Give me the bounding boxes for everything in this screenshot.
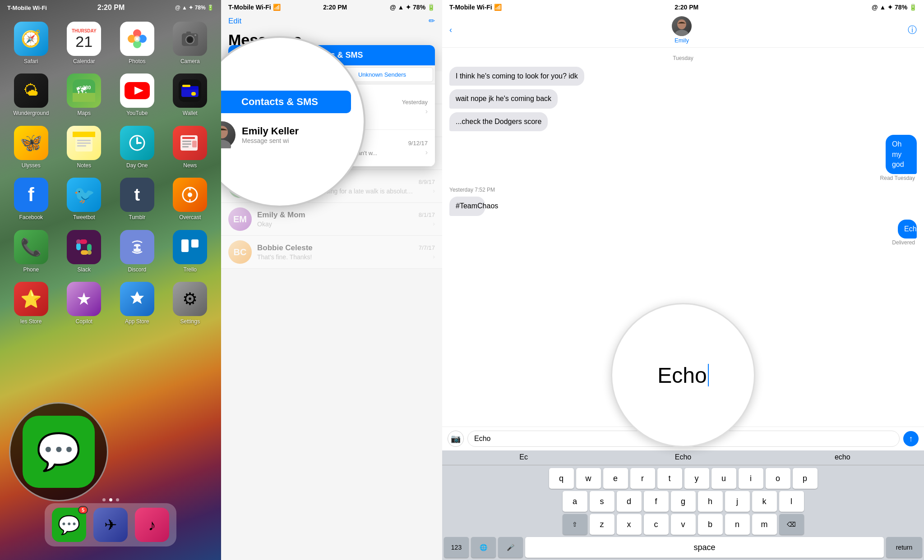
discord-icon[interactable] — [120, 230, 154, 264]
safari-icon[interactable]: 🧭 — [14, 22, 48, 56]
settings-icon[interactable]: ⚙ — [173, 282, 207, 316]
key-delete[interactable]: ⌫ — [779, 514, 804, 535]
dock-spark[interactable]: ✈ — [93, 508, 128, 542]
notes-icon[interactable] — [67, 126, 101, 160]
wunderground-icon[interactable]: 🌤 — [14, 73, 48, 108]
key-d[interactable]: d — [617, 491, 642, 512]
appstore-icon[interactable] — [120, 282, 154, 316]
slack-icon[interactable] — [67, 230, 101, 264]
key-t[interactable]: t — [657, 468, 682, 489]
app-photos[interactable]: Photos — [115, 22, 159, 64]
key-i[interactable]: i — [739, 468, 763, 489]
app-phone[interactable]: 📞 Phone — [9, 230, 53, 273]
key-v[interactable]: v — [671, 514, 696, 535]
tweetbot-icon[interactable]: 🐦 — [67, 178, 101, 212]
photos-icon[interactable] — [120, 22, 154, 56]
dock-music[interactable]: ♪ — [135, 508, 169, 542]
app-wallet[interactable]: Wallet — [168, 73, 213, 116]
camera-icon[interactable] — [173, 22, 207, 56]
svg-rect-27 — [73, 132, 95, 137]
key-e[interactable]: e — [603, 468, 628, 489]
overcast-icon[interactable] — [173, 178, 207, 212]
app-slack[interactable]: Slack — [62, 230, 106, 273]
app-wunderground[interactable]: 🌤 Wunderground — [9, 73, 53, 116]
key-w[interactable]: w — [576, 468, 601, 489]
app-tumblr[interactable]: t Tumblr — [115, 178, 159, 220]
edit-button[interactable]: Edit — [228, 17, 241, 26]
ulysses-icon[interactable]: 🦋 — [14, 126, 48, 160]
wallet-icon[interactable] — [173, 73, 207, 108]
send-button[interactable]: ↑ — [903, 431, 919, 446]
list-item-bobbie[interactable]: BC Bobbie Celeste That's fine. Thanks! 7… — [221, 236, 442, 269]
dayone-icon[interactable] — [120, 126, 154, 160]
key-m[interactable]: m — [752, 514, 777, 535]
app-overcast[interactable]: Overcast — [168, 178, 213, 220]
facebook-icon[interactable]: f — [14, 178, 48, 212]
app-maps[interactable]: 🗺 280 Maps — [62, 73, 106, 116]
camera-button[interactable]: 📷 — [448, 431, 464, 447]
app-notes[interactable]: Notes — [62, 126, 106, 169]
key-p[interactable]: p — [793, 468, 818, 489]
back-button[interactable]: ‹ — [449, 25, 452, 35]
youtube-label: YouTube — [126, 110, 148, 116]
copilot-icon[interactable]: ★ — [67, 282, 101, 316]
key-mic[interactable]: 🎤 — [498, 537, 523, 558]
key-space[interactable]: space — [525, 537, 884, 558]
trello-icon[interactable] — [173, 230, 207, 264]
key-shift[interactable]: ⇧ — [563, 514, 587, 535]
app-camera[interactable]: Camera — [168, 22, 213, 64]
app-facebook[interactable]: f Facebook — [9, 178, 53, 220]
teslafy-icon[interactable]: ⭐ — [14, 282, 48, 316]
key-r[interactable]: r — [630, 468, 655, 489]
app-ulysses[interactable]: 🦋 Ulysses — [9, 126, 53, 169]
app-trello[interactable]: Trello — [168, 230, 213, 273]
dock-messages[interactable]: 💬 5 — [52, 508, 86, 542]
photos-label: Photos — [129, 58, 145, 64]
phone-icon[interactable]: 📞 — [14, 230, 48, 264]
key-z[interactable]: z — [590, 514, 614, 535]
app-youtube[interactable]: YouTube — [115, 73, 159, 116]
tumblr-icon[interactable]: t — [120, 178, 154, 212]
app-teslafy[interactable]: ⭐ les Store — [9, 282, 53, 325]
key-numbers[interactable]: 123 — [444, 537, 469, 558]
info-button[interactable]: ⓘ — [908, 24, 917, 36]
key-q[interactable]: q — [549, 468, 574, 489]
autocomplete-echo-lower[interactable]: echo — [763, 451, 922, 463]
key-j[interactable]: j — [725, 491, 750, 512]
autocomplete-echo[interactable]: Echo — [603, 451, 762, 463]
app-discord[interactable]: Discord — [115, 230, 159, 273]
key-k[interactable]: k — [752, 491, 777, 512]
spark-dock-icon[interactable]: ✈ — [93, 508, 128, 542]
app-news[interactable]: News — [168, 126, 213, 169]
news-icon[interactable] — [173, 126, 207, 160]
key-c[interactable]: c — [644, 514, 669, 535]
key-y[interactable]: y — [684, 468, 709, 489]
key-u[interactable]: u — [711, 468, 736, 489]
app-dayone[interactable]: Day One — [115, 126, 159, 169]
key-x[interactable]: x — [617, 514, 642, 535]
key-b[interactable]: b — [698, 514, 723, 535]
app-settings[interactable]: ⚙ Settings — [168, 282, 213, 325]
autocomplete-ec[interactable]: Ec — [444, 451, 603, 463]
app-tweetbot[interactable]: 🐦 Tweetbot — [62, 178, 106, 220]
app-safari[interactable]: 🧭 Safari — [9, 22, 53, 64]
key-h[interactable]: h — [698, 491, 723, 512]
app-appstore[interactable]: App Store — [115, 282, 159, 325]
key-a[interactable]: a — [563, 491, 587, 512]
key-return[interactable]: return — [886, 537, 922, 558]
key-f[interactable]: f — [644, 491, 669, 512]
app-calendar[interactable]: Thursday 21 Calendar — [62, 22, 106, 64]
maps-icon[interactable]: 🗺 280 — [67, 73, 101, 108]
app-copilot[interactable]: ★ Copilot — [62, 282, 106, 325]
key-globe[interactable]: 🌐 — [471, 537, 496, 558]
list-item-emily-mom2[interactable]: EM Emily & Mom Okay 8/1/17 › — [221, 203, 442, 236]
compose-button[interactable]: ✏ — [429, 16, 435, 26]
key-o[interactable]: o — [766, 468, 790, 489]
key-s[interactable]: s — [590, 491, 614, 512]
key-g[interactable]: g — [671, 491, 696, 512]
calendar-icon[interactable]: Thursday 21 — [67, 22, 101, 56]
music-dock-icon[interactable]: ♪ — [135, 508, 169, 542]
key-n[interactable]: n — [725, 514, 750, 535]
youtube-icon[interactable] — [120, 73, 154, 108]
key-l[interactable]: l — [779, 491, 804, 512]
